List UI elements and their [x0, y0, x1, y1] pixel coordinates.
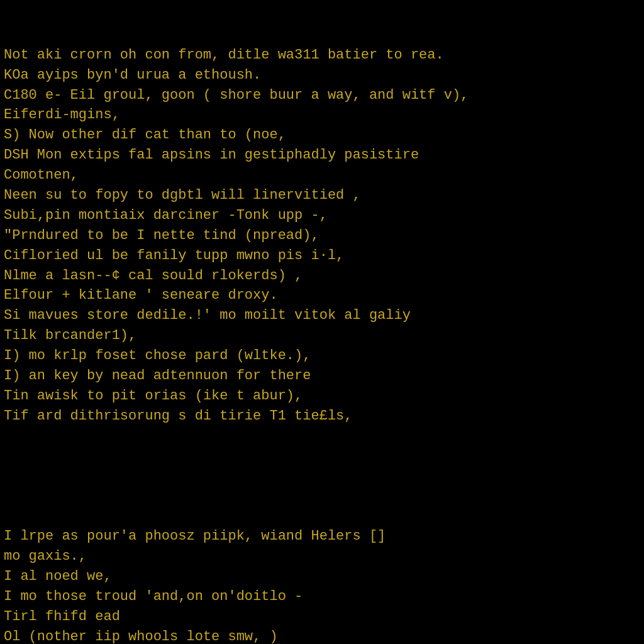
text-line-1: Not aki crorn oh con from, ditle wa311 b… [4, 45, 640, 65]
text-line-15: Tilk brcander1), [4, 326, 640, 346]
text-line-5: S) Now other dif cat than to (noe, [4, 125, 640, 145]
text-line-17: I) an key by nead adtennuon for there [4, 366, 640, 386]
text-line-4: Eiferdi-mgins, [4, 105, 640, 125]
text-line-12: Nlme a lasn--¢ cal sould rlokerds) , [4, 266, 640, 286]
blank-line [4, 466, 640, 486]
text-line-3: C180 e- Eil groul, goon ( shore buur a w… [4, 86, 640, 106]
text-line-19: Tif ard dithrisorung s di tirie T1 tie£l… [4, 406, 640, 426]
text-lines-group-1: Not aki crorn oh con from, ditle wa311 b… [4, 45, 640, 426]
text-line-8: Neen su to fopy to dgbtl will linervitie… [4, 186, 640, 206]
text-line-18: Tin awisk to pit orias (ike t abur), [4, 386, 640, 406]
text-line-7: Comotnen, [4, 165, 640, 186]
text-line-13: Elfour + kitlane ' seneare droxy. [4, 286, 640, 306]
text-line-16: I) mo krlp foset chose pard (wltke.), [4, 346, 640, 366]
text-line-2-2: mo gaxis., [4, 547, 640, 567]
text-line-2-6: Ol (nother iip whools lote smw, ) [4, 627, 640, 644]
text-line-2-4: I mo those troud 'and,on on'doitlo - [4, 587, 640, 607]
text-line-14: Si mavues store dedile.!' mo moilt vitok… [4, 306, 640, 326]
text-line-2-5: Tirl fhifd ead [4, 607, 640, 627]
text-lines-group-2: I lrpe as pour'a phoosz piipk, wiand Hel… [4, 526, 640, 644]
text-line-2-3: I al noed we, [4, 567, 640, 587]
text-line-6: DSH Mon extips fal apsins in gestiphadly… [4, 145, 640, 165]
text-line-11: Cifloried ul be fanily tupp mwno pis i·l… [4, 246, 640, 266]
text-line-10: "Prndured to be I nette tind (npread), [4, 226, 640, 246]
text-line-9: Subi,pin montiaix darciner -Tonk upp -, [4, 206, 640, 226]
text-line-2-1: I lrpe as pour'a phoosz piipk, wiand Hel… [4, 526, 640, 547]
main-text-content: Not aki crorn oh con from, ditle wa311 b… [4, 5, 640, 644]
text-line-2: KOa ayips byn'd urua a ethoush. [4, 65, 640, 86]
